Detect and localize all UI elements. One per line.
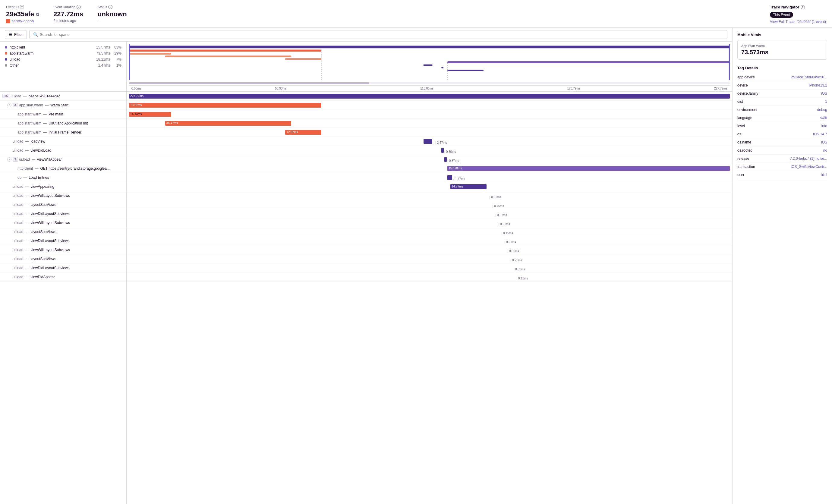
- span-label-row[interactable]: ui.load — layoutSubViews: [0, 227, 126, 236]
- main-content: ☰ Filter 🔍 http.client 157.7ms 63% app.s…: [0, 28, 832, 504]
- bar-row: | 0.01ms: [127, 218, 732, 227]
- bar-row: | 0.21ms: [127, 255, 732, 263]
- bar-wrapper: | 0.01ms: [129, 247, 730, 252]
- span-bar[interactable]: 12.97ms: [285, 130, 321, 135]
- bar-wrapper: | 2.67ms: [129, 139, 730, 144]
- copy-icon[interactable]: ⧉: [36, 12, 39, 17]
- span-label-row[interactable]: ui.load — viewDidAppear: [0, 272, 126, 282]
- tag-row-os: os iOS 14.7: [737, 130, 827, 138]
- status-field: Status ? unknown —: [98, 5, 127, 23]
- span-bar[interactable]: [447, 175, 452, 180]
- bar-wrapper: 14.14ms: [129, 112, 730, 117]
- bar-row: | 0.11ms: [127, 272, 732, 282]
- sentry-cocoa-link[interactable]: sentry-cocoa: [6, 19, 39, 23]
- status-value: unknown: [98, 10, 127, 18]
- span-label-row[interactable]: db — Load Entries: [0, 173, 126, 182]
- span-bar[interactable]: [423, 139, 433, 144]
- tag-row-release: release 7.2.0-beta.7 (1), io.se...: [737, 155, 827, 163]
- svg-rect-1: [129, 50, 321, 52]
- span-label-row[interactable]: 15 ui.load — b4ace34981e44d4c: [0, 91, 126, 101]
- span-label-row[interactable]: app.start.warm — UIKit and Application I…: [0, 119, 126, 128]
- scrollbar-thumb[interactable]: [129, 82, 369, 84]
- legend-panel: http.client 157.7ms 63% app.start.warm 7…: [0, 42, 127, 91]
- event-duration-field: Event Duration ? 227.72ms 2 minutes ago: [53, 5, 83, 23]
- tag-row-device: device iPhone13,2: [737, 81, 827, 89]
- tag-row-transaction: transaction iOS_Swift.ViewContr...: [737, 163, 827, 171]
- span-label-row[interactable]: ui.load — layoutSubViews: [0, 255, 126, 263]
- span-label-row[interactable]: ui.load — viewDidLayoutSubviews: [0, 236, 126, 245]
- span-bar[interactable]: [444, 157, 447, 162]
- bar-row: 46.47ms: [127, 119, 732, 128]
- span-label-row[interactable]: ui.load — viewDidLoad: [0, 146, 126, 155]
- span-label-row[interactable]: app.start.warm — Initial Frame Render: [0, 128, 126, 137]
- scrollbar-track[interactable]: [129, 82, 730, 84]
- tag-row-device-family: device.family iOS: [737, 89, 827, 98]
- span-label-row[interactable]: ui.load — loadView: [0, 137, 126, 146]
- span-label-row[interactable]: http.client — GET https://sentry-brand.s…: [0, 164, 126, 173]
- span-bar[interactable]: 157.70ms: [447, 166, 730, 171]
- span-label-row[interactable]: ui.load — layoutSubViews: [0, 200, 126, 209]
- legend-dot-other: [5, 64, 7, 67]
- chart-legend-area: http.client 157.7ms 63% app.start.warm 7…: [0, 42, 732, 91]
- trace-navigator-info-icon[interactable]: ?: [801, 5, 805, 9]
- span-label-row[interactable]: ui.load — viewWillLayoutSubviews: [0, 191, 126, 200]
- span-label-row[interactable]: ui.load — viewWillLayoutSubviews: [0, 245, 126, 255]
- bar-wrapper: | 0.21ms: [129, 257, 730, 261]
- bar-wrapper: | 0.01ms: [129, 220, 730, 225]
- span-label-row[interactable]: app.start.warm — Pre main: [0, 110, 126, 119]
- span-bar[interactable]: 14.77ms: [450, 184, 487, 189]
- bar-row: 73.57ms: [127, 101, 732, 110]
- bar-wrapper: | 0.01ms: [129, 211, 730, 216]
- spans-bars: 227.72ms 73.57ms 14.14: [127, 91, 732, 504]
- span-label-row[interactable]: ∧ 2 ui.load — viewWillAppear: [0, 155, 126, 164]
- vitals-card: App Start Warm 73.573ms: [737, 40, 827, 60]
- svg-rect-7: [441, 67, 443, 68]
- collapse-button[interactable]: ∧: [7, 157, 11, 162]
- event-id-label: Event ID ?: [6, 5, 39, 9]
- svg-rect-2: [129, 53, 171, 54]
- svg-rect-8: [447, 70, 484, 71]
- event-duration-info-icon[interactable]: ?: [77, 5, 81, 9]
- tag-row-language: language swift: [737, 114, 827, 122]
- bar-wrapper: 157.70ms: [129, 166, 730, 171]
- span-bar[interactable]: 73.57ms: [129, 103, 321, 108]
- bar-row: | 0.15ms: [127, 227, 732, 236]
- filter-button[interactable]: ☰ Filter: [5, 30, 27, 39]
- minimap-area: 0.00ms 56.93ms 113.86ms 170.79ms 227.72m…: [127, 42, 732, 91]
- event-duration-value: 227.72ms: [53, 10, 83, 18]
- bar-row: | 0.01ms: [127, 191, 732, 200]
- bar-wrapper: | 0.30ms: [129, 148, 730, 153]
- platform-link[interactable]: sentry-cocoa: [6, 19, 39, 23]
- span-label-row[interactable]: ui.load — viewDidLayoutSubviews: [0, 209, 126, 218]
- bar-row: 14.14ms: [127, 110, 732, 119]
- bar-wrapper: | 0.11ms: [129, 274, 730, 280]
- legend-item-other: Other 1.47ms 1%: [5, 63, 122, 68]
- event-id-field: Event ID ? 29e35afe ⧉ sentry-cocoa: [6, 5, 39, 23]
- search-input[interactable]: [40, 32, 724, 37]
- span-bar[interactable]: [441, 148, 444, 153]
- svg-rect-3: [165, 55, 291, 57]
- span-bar[interactable]: 14.14ms: [129, 112, 171, 117]
- tag-row-app-device: app.device c93ace15f866a9d50...: [737, 73, 827, 81]
- svg-rect-6: [423, 64, 433, 66]
- span-label-row[interactable]: ui.load — viewWillLayoutSubviews: [0, 218, 126, 227]
- span-label-row[interactable]: ui.load — viewDidLayoutSubviews: [0, 263, 126, 272]
- status-info-icon[interactable]: ?: [108, 5, 112, 9]
- trace-navigator-title: Trace Navigator ?: [770, 5, 826, 9]
- status-sub: —: [98, 19, 127, 23]
- span-bar[interactable]: 46.47ms: [165, 121, 291, 126]
- legend-item-http: http.client 157.7ms 63%: [5, 45, 122, 49]
- minimap-svg: [129, 44, 730, 80]
- legend-dot-uiload: [5, 58, 7, 60]
- span-badge: 15: [2, 94, 9, 98]
- bar-row: 12.97ms: [127, 128, 732, 137]
- span-label-row[interactable]: ui.load — viewAppearing: [0, 182, 126, 191]
- event-duration-sub: 2 minutes ago: [53, 19, 83, 23]
- tag-details-section: Tag Details app.device c93ace15f866a9d50…: [737, 66, 827, 179]
- search-box[interactable]: 🔍: [29, 30, 727, 39]
- collapse-button[interactable]: ∧: [7, 103, 11, 107]
- span-bar[interactable]: 227.72ms: [129, 94, 730, 99]
- full-trace-link[interactable]: View Full Trace: f05d955f (1 event): [770, 20, 826, 24]
- span-label-row[interactable]: ∧ 3 app.start.warm — Warm Start: [0, 101, 126, 110]
- event-id-info-icon[interactable]: ?: [20, 5, 24, 9]
